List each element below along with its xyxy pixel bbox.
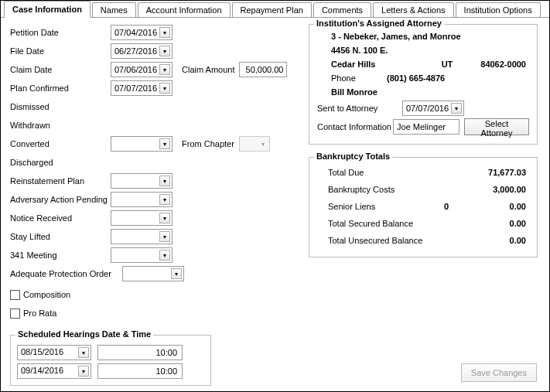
hearing-date-select-0[interactable]: 08/15/2016 ▾: [17, 345, 91, 360]
claim-amount-label: Claim Amount: [182, 65, 234, 74]
claim-date-select[interactable]: 07/06/2016 ▾: [111, 62, 173, 77]
attorney-group-title: Institution's Assigned Attorney: [314, 19, 444, 28]
reinstatement-select[interactable]: ▾: [111, 173, 173, 189]
tab-account-information[interactable]: Account Information: [138, 2, 231, 17]
contact-info-input[interactable]: [393, 119, 459, 135]
notice-label: Notice Received: [10, 213, 111, 223]
claim-amount-input[interactable]: [239, 62, 287, 77]
stay-select[interactable]: ▾: [111, 229, 173, 244]
right-panel: Institution's Assigned Attorney 3 - Nebe…: [309, 24, 538, 257]
chevron-down-icon: ▾: [451, 103, 462, 114]
chevron-down-icon: ▾: [159, 46, 170, 56]
senior-liens-count: 0: [444, 202, 459, 211]
chevron-down-icon: ▾: [78, 347, 89, 358]
petition-date-value: 07/04/2016: [114, 28, 157, 37]
left-column: Petition Date 07/04/2016 ▾ File Date 06/…: [10, 24, 304, 321]
from-chapter-label: From Chapter: [182, 139, 234, 148]
adequate-label: Adequate Protection Order: [10, 269, 122, 278]
plan-confirmed-value: 07/07/2016: [114, 84, 157, 93]
from-chapter-select[interactable]: ▾: [239, 136, 270, 152]
total-unsecured-value: 0.00: [459, 236, 529, 245]
total-due-label: Total Due: [328, 168, 444, 177]
adequate-select[interactable]: ▾: [122, 266, 184, 281]
chevron-down-icon: ▾: [159, 64, 170, 75]
claim-date-value: 07/06/2016: [114, 65, 157, 74]
tab-institution-options[interactable]: Institution Options: [456, 2, 541, 17]
attorney-name: 3 - Nebeker, James, and Monroe: [331, 29, 529, 43]
discharged-label: Discharged: [10, 158, 111, 167]
hearings-group-title: Scheduled Hearings Date & Time: [15, 329, 153, 339]
sent-to-attorney-label: Sent to Attorney: [317, 104, 402, 113]
file-date-select[interactable]: 06/27/2016 ▾: [111, 43, 173, 59]
total-due-value: 71,677.03: [459, 168, 529, 177]
chevron-down-icon: ▾: [159, 213, 170, 223]
total-secured-value: 0.00: [459, 219, 529, 228]
hearing-row: 09/14/2016 ▾: [17, 362, 204, 380]
notice-select[interactable]: ▾: [111, 210, 173, 226]
sent-to-attorney-value: 07/07/2016: [406, 104, 449, 113]
total-secured-label: Total Secured Balance: [328, 219, 444, 228]
chevron-down-icon: ▾: [159, 194, 170, 205]
prorata-label: Pro Rata: [23, 308, 56, 318]
withdrawn-label: Withdrawn: [10, 121, 111, 130]
sent-to-attorney-select[interactable]: 07/07/2016 ▾: [402, 101, 464, 116]
prorata-checkbox[interactable]: [10, 308, 20, 319]
petition-date-select[interactable]: 07/04/2016 ▾: [111, 25, 173, 40]
meeting-select[interactable]: ▾: [111, 247, 173, 263]
tab-strip: Case Information Names Account Informati…: [1, 1, 549, 18]
hearings-group: Scheduled Hearings Date & Time 08/15/201…: [10, 335, 211, 386]
reinstatement-label: Reinstatement Plan: [10, 176, 111, 186]
attorney-phone-label: Phone: [331, 71, 387, 85]
adversary-select[interactable]: ▾: [111, 192, 173, 207]
chevron-down-icon: ▾: [159, 250, 170, 261]
chevron-down-icon: ▾: [159, 138, 170, 149]
tab-content: Petition Date 07/04/2016 ▾ File Date 06/…: [1, 18, 549, 391]
tab-case-information[interactable]: Case Information: [4, 1, 91, 18]
bankruptcy-costs-label: Bankruptcy Costs: [328, 185, 444, 194]
composition-label: Composition: [23, 290, 70, 299]
hearing-row: 08/15/2016 ▾: [17, 343, 204, 362]
petition-date-label: Petition Date: [10, 28, 111, 37]
meeting-label: 341 Meeting: [10, 251, 111, 260]
total-unsecured-label: Total Unsecured Balance: [328, 236, 444, 245]
file-date-value: 06/27/2016: [114, 46, 157, 56]
hearing-date-value-0: 08/15/2016: [21, 347, 63, 356]
hearing-date-value-1: 09/14/2016: [21, 366, 63, 375]
tab-repayment-plan[interactable]: Repayment Plan: [232, 2, 312, 17]
attorney-phone: (801) 665-4876: [387, 71, 445, 85]
stay-label: Stay Lifted: [10, 232, 111, 241]
save-changes-button[interactable]: Save Changes: [461, 363, 537, 382]
attorney-group: Institution's Assigned Attorney 3 - Nebe…: [309, 24, 538, 145]
plan-confirmed-select[interactable]: 07/07/2016 ▾: [111, 80, 173, 96]
tab-letters-actions[interactable]: Letters & Actions: [373, 2, 454, 17]
chevron-down-icon: ▾: [171, 268, 182, 279]
tab-names[interactable]: Names: [92, 2, 136, 17]
chevron-down-icon: ▾: [258, 138, 268, 149]
attorney-contact-name: Bill Monroe: [331, 85, 529, 99]
totals-group-title: Bankruptcy Totals: [314, 152, 392, 161]
case-window: Case Information Names Account Informati…: [0, 0, 550, 392]
converted-select[interactable]: ▾: [111, 136, 173, 152]
attorney-addr1: 4456 N. 100 E.: [331, 43, 529, 57]
hearing-date-select-1[interactable]: 09/14/2016 ▾: [17, 363, 91, 379]
chevron-down-icon: ▾: [159, 27, 170, 38]
select-attorney-button[interactable]: Select Attorney: [464, 118, 529, 135]
attorney-city: Cedar Hills: [331, 57, 424, 71]
plan-confirmed-label: Plan Confirmed: [10, 84, 111, 93]
adversary-label: Adversary Action Pending: [10, 195, 111, 204]
chevron-down-icon: ▾: [159, 176, 170, 186]
claim-date-label: Claim Date: [10, 65, 111, 74]
bankruptcy-costs-value: 3,000.00: [459, 185, 529, 194]
hearing-time-input-1[interactable]: [97, 363, 183, 379]
hearing-time-input-0[interactable]: [97, 345, 183, 360]
file-date-label: File Date: [10, 46, 111, 56]
chevron-down-icon: ▾: [78, 366, 89, 377]
composition-checkbox[interactable]: [10, 290, 20, 300]
converted-label: Converted: [10, 139, 111, 148]
attorney-state: UT: [424, 57, 470, 71]
senior-liens-value: 0.00: [459, 202, 529, 211]
senior-liens-label: Senior Liens: [328, 202, 444, 211]
tab-comments[interactable]: Comments: [313, 2, 371, 17]
contact-info-label: Contact Information: [317, 122, 393, 131]
attorney-zip: 84062-0000: [470, 57, 529, 71]
